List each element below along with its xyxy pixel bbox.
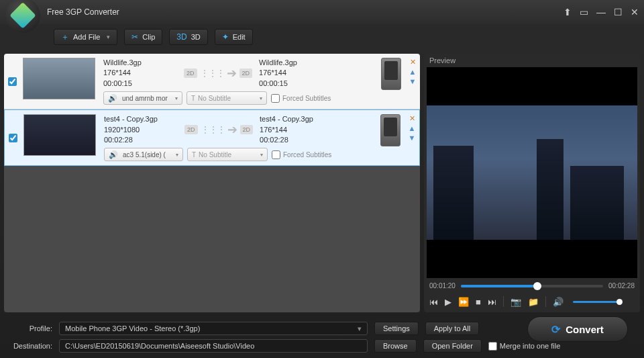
2d-badge: 2D (240, 125, 254, 134)
file-thumbnail (23, 114, 96, 156)
source-duration: 00:00:15 (103, 79, 177, 89)
file-checkbox[interactable] (8, 77, 17, 86)
total-time: 00:02:28 (608, 282, 635, 289)
profile-label: Profile: (8, 324, 52, 332)
source-filename: test4 - Copy.3gp (104, 114, 178, 124)
toolbar: ＋Add File ✂Clip 3D3D ✦Edit (0, 24, 644, 50)
profile-dropdown[interactable]: Mobile Phone 3GP Video - Stereo (*.3gp) (59, 322, 368, 335)
source-resolution: 1920*1080 (104, 125, 178, 135)
feedback-icon[interactable]: ▭ (580, 7, 588, 17)
source-resolution: 176*144 (103, 68, 177, 78)
3d-button[interactable]: 3D3D (169, 29, 207, 45)
volume-slider[interactable] (573, 301, 620, 303)
arrow-icon: ➔ (227, 66, 237, 81)
move-up-button[interactable]: ▲ (409, 124, 416, 132)
destination-label: Destination: (8, 342, 52, 350)
audio-track-label: ac3 5.1(side) ( (123, 151, 166, 159)
subtitle-dropdown[interactable]: TNo Subtitle (186, 91, 267, 105)
destination-input[interactable]: C:\Users\ED20150619\Documents\Aiseesoft … (59, 339, 368, 353)
forced-subtitles-label: Forced Subtitles (282, 95, 331, 102)
open-folder-button[interactable]: Open Folder (423, 339, 482, 353)
minimize-button[interactable]: — (596, 7, 606, 17)
arrow-icon: ➔ (227, 122, 237, 137)
conversion-indicator: 2D ⋮⋮⋮ ➔ 2D (184, 122, 253, 137)
target-duration: 00:02:28 (260, 135, 333, 145)
merge-label: Merge into one file (500, 342, 561, 350)
merge-checkbox[interactable] (488, 342, 497, 351)
2d-badge: 2D (184, 69, 197, 78)
clip-label: Clip (142, 33, 155, 41)
clip-button[interactable]: ✂Clip (124, 29, 162, 45)
3d-label: 3D (191, 33, 201, 41)
target-resolution: 176*144 (260, 125, 333, 135)
add-file-button[interactable]: ＋Add File (54, 29, 117, 45)
forced-subtitles-label: Forced Subtitles (283, 151, 331, 159)
next-button[interactable]: ⏭ (488, 297, 496, 307)
subtitle-label: No Subtitle (198, 95, 231, 102)
remove-file-button[interactable]: ✕ (410, 58, 416, 66)
add-file-label: Add File (73, 33, 100, 41)
audio-track-dropdown[interactable]: und amrnb mor (103, 91, 182, 105)
device-icon[interactable] (380, 114, 400, 146)
edit-button[interactable]: ✦Edit (215, 29, 253, 45)
play-button[interactable]: ▶ (445, 297, 451, 307)
target-filename: Wildlife.3gp (259, 58, 333, 68)
file-checkbox[interactable] (9, 134, 17, 142)
upload-icon[interactable]: ⬆ (564, 7, 572, 17)
file-thumbnail (23, 58, 95, 99)
move-down-button[interactable]: ▼ (409, 134, 416, 142)
destination-value: C:\Users\ED20150619\Documents\Aiseesoft … (65, 342, 254, 350)
close-button[interactable]: ✕ (631, 7, 639, 17)
apply-to-all-button[interactable]: Apply to All (425, 322, 479, 335)
subtitle-label: No Subtitle (199, 151, 231, 159)
subtitle-dropdown[interactable]: TNo Subtitle (187, 148, 268, 161)
browse-button[interactable]: Browse (374, 339, 417, 353)
source-filename: Wildlife.3gp (103, 58, 177, 68)
target-duration: 00:00:15 (259, 79, 333, 89)
settings-button[interactable]: Settings (374, 322, 419, 335)
profile-value: Mobile Phone 3GP Video - Stereo (*.3gp) (65, 324, 200, 332)
maximize-button[interactable]: ☐ (614, 7, 623, 17)
convert-button[interactable]: ⟳Convert (527, 316, 628, 342)
2d-badge: 2D (239, 69, 253, 78)
file-item[interactable]: Wildlife.3gp 176*144 00:00:15 2D ⋮⋮⋮ ➔ 2… (4, 54, 420, 109)
file-item[interactable]: test4 - Copy.3gp 1920*1080 00:02:28 2D ⋮… (4, 109, 420, 166)
source-duration: 00:02:28 (104, 135, 178, 145)
seek-slider[interactable] (461, 285, 603, 287)
move-down-button[interactable]: ▼ (409, 77, 417, 85)
snapshot-button[interactable]: 📷 (511, 297, 521, 307)
convert-label: Convert (566, 324, 604, 335)
audio-track-label: und amrnb mor (122, 95, 168, 102)
audio-track-dropdown[interactable]: ac3 5.1(side) ( (104, 148, 183, 161)
volume-icon[interactable]: 🔊 (553, 297, 564, 307)
fast-forward-button[interactable]: ⏩ (458, 297, 469, 307)
target-resolution: 176*144 (259, 68, 333, 78)
open-snapshot-folder-button[interactable]: 📁 (528, 297, 539, 307)
forced-subtitles-checkbox[interactable] (272, 150, 280, 159)
prev-button[interactable]: ⏮ (429, 297, 438, 307)
2d-badge: 2D (184, 125, 198, 134)
remove-file-button[interactable]: ✕ (409, 114, 415, 123)
current-time: 00:01:20 (429, 282, 455, 289)
titlebar: Free 3GP Converter ⬆ ▭ — ☐ ✕ (0, 0, 644, 24)
conversion-indicator: 2D ⋮⋮⋮ ➔ 2D (184, 66, 252, 81)
file-list: Wildlife.3gp 176*144 00:00:15 2D ⋮⋮⋮ ➔ 2… (4, 54, 420, 312)
target-filename: test4 - Copy.3gp (260, 114, 333, 124)
preview-viewport (427, 67, 637, 278)
edit-label: Edit (233, 33, 246, 41)
move-up-button[interactable]: ▲ (409, 68, 417, 76)
device-icon[interactable] (381, 58, 401, 90)
preview-label: Preview (424, 54, 640, 67)
forced-subtitles-checkbox[interactable] (271, 94, 280, 103)
stop-button[interactable]: ■ (476, 297, 481, 307)
app-title: Free 3GP Converter (47, 7, 119, 17)
